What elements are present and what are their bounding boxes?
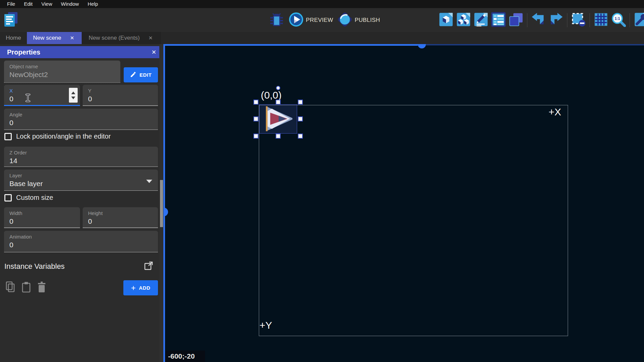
- text-cursor-icon: [25, 94, 31, 104]
- lock-position-checkbox[interactable]: [4, 133, 12, 140]
- zoom-original-button[interactable]: 1:1: [611, 12, 626, 28]
- chevron-down-icon: [146, 180, 152, 183]
- resize-handle-top-center[interactable]: [276, 100, 281, 105]
- resize-handle-top-left[interactable]: [253, 100, 258, 105]
- layer-select-field[interactable]: Layer Base layer: [4, 170, 158, 191]
- z-order-field[interactable]: Z Order 14: [4, 147, 158, 167]
- toolbar-center-group: PREVIEW PUBLISH: [269, 8, 380, 32]
- open-in-new-icon[interactable]: [144, 261, 153, 272]
- object-groups-icon: [456, 12, 471, 28]
- x-field-spinner[interactable]: [69, 88, 78, 103]
- properties-title: Properties: [7, 48, 40, 56]
- toolbar-separator: [590, 13, 590, 27]
- angle-field[interactable]: Angle 0: [4, 109, 158, 130]
- game-window-border: [259, 105, 568, 336]
- tab-home[interactable]: Home: [0, 32, 27, 44]
- vertical-split-handle[interactable]: [163, 44, 165, 362]
- tab-new-scene-events[interactable]: New scene (Events) ✕: [82, 32, 161, 44]
- origin-label: (0,0): [261, 89, 282, 101]
- properties-panel-button[interactable]: [473, 12, 489, 28]
- animation-field[interactable]: Animation 0: [4, 231, 158, 252]
- animation-value: 0: [9, 241, 153, 249]
- clear-selection-button[interactable]: [571, 12, 586, 28]
- resize-handle-mid-left[interactable]: [253, 116, 258, 121]
- clear-selection-icon: [571, 12, 586, 28]
- z-order-value: 14: [9, 157, 153, 165]
- redo-icon: [549, 12, 563, 28]
- trash-icon[interactable]: [37, 281, 46, 294]
- height-field[interactable]: Height 0: [83, 207, 158, 228]
- panel-scrollbar-thumb[interactable]: [160, 180, 163, 227]
- spaceship-sprite[interactable]: [259, 104, 297, 134]
- objects-editor-button[interactable]: [438, 12, 454, 28]
- paste-icon[interactable]: [21, 281, 31, 294]
- edit-pencil-icon: [130, 71, 136, 79]
- width-label: Width: [9, 210, 75, 216]
- toolbar-separator: [527, 13, 527, 27]
- undo-button[interactable]: [531, 12, 546, 28]
- lock-position-row[interactable]: Lock position/angle in the editor: [4, 133, 111, 140]
- edit-object-button[interactable]: EDIT: [124, 67, 158, 82]
- spinner-up-icon[interactable]: [71, 92, 75, 94]
- grid-button[interactable]: [593, 12, 609, 28]
- instances-list-button[interactable]: [491, 12, 506, 28]
- custom-size-checkbox[interactable]: [4, 194, 12, 202]
- svg-text:1:1: 1:1: [615, 16, 620, 21]
- close-icon[interactable]: ✕: [152, 49, 156, 56]
- object-name-label: Object name: [9, 64, 115, 69]
- wrench-icon: [634, 12, 644, 28]
- resize-handle-mid-right[interactable]: [298, 116, 303, 121]
- horizontal-split-handle-right[interactable]: [425, 44, 644, 45]
- width-field[interactable]: Width 0: [4, 207, 80, 228]
- publish-button[interactable]: PUBLISH: [337, 12, 380, 29]
- z-order-label: Z Order: [9, 150, 153, 155]
- toolbar-separator: [630, 13, 630, 27]
- debug-button[interactable]: [269, 12, 284, 28]
- menu-view[interactable]: View: [37, 0, 56, 8]
- tab-events-label: New scene (Events): [89, 35, 140, 41]
- resize-handle-bottom-left[interactable]: [253, 134, 258, 139]
- instance-variables-toolbar: [5, 281, 46, 294]
- y-axis-label: +Y: [259, 320, 272, 331]
- undo-icon: [531, 12, 546, 28]
- menu-file[interactable]: File: [3, 0, 19, 8]
- tab-home-label: Home: [6, 35, 21, 41]
- copy-icon[interactable]: [5, 281, 15, 294]
- menu-help[interactable]: Help: [83, 0, 103, 8]
- tab-close-icon[interactable]: ✕: [147, 34, 154, 42]
- rotation-handle[interactable]: [276, 86, 280, 90]
- add-variable-button[interactable]: + ADD: [123, 280, 158, 295]
- redo-button[interactable]: [548, 12, 564, 28]
- project-manager-button[interactable]: [3, 11, 19, 29]
- layers-icon: [509, 12, 523, 28]
- layers-editor-button[interactable]: [508, 12, 524, 28]
- tab-close-icon[interactable]: ✕: [69, 34, 76, 42]
- menu-window[interactable]: Window: [56, 0, 83, 8]
- toolbar-separator: [567, 13, 567, 27]
- resize-handle-bottom-right[interactable]: [298, 134, 303, 139]
- custom-size-row[interactable]: Custom size: [4, 194, 53, 202]
- instance-variables-title: Instance Variables: [4, 262, 65, 271]
- angle-field-label: Angle: [9, 112, 153, 117]
- menu-edit[interactable]: Edit: [19, 0, 37, 8]
- lock-position-label: Lock position/angle in the editor: [16, 133, 111, 140]
- scene-properties-button[interactable]: [633, 12, 644, 28]
- tab-new-scene[interactable]: New scene ✕: [27, 32, 82, 44]
- width-value: 0: [9, 217, 75, 225]
- resize-handle-bottom-center[interactable]: [276, 134, 281, 139]
- preview-button[interactable]: PREVIEW: [288, 12, 333, 29]
- horizontal-split-handle[interactable]: [165, 44, 418, 46]
- publish-globe-icon: [337, 12, 353, 29]
- x-position-field[interactable]: X 0: [4, 85, 80, 106]
- height-label: Height: [88, 210, 153, 216]
- x-axis-label: +X: [549, 106, 561, 118]
- resize-handle-top-right[interactable]: [298, 100, 303, 105]
- y-field-value: 0: [88, 95, 153, 103]
- object-groups-button[interactable]: [456, 12, 471, 28]
- instances-list-icon: [491, 12, 506, 28]
- cursor-position-readout: -600;-20: [165, 351, 205, 362]
- spinner-down-icon[interactable]: [71, 97, 75, 99]
- y-position-field[interactable]: Y 0: [83, 85, 158, 106]
- zoom-1-1-icon: 1:1: [611, 12, 626, 28]
- add-button-label: ADD: [139, 285, 150, 291]
